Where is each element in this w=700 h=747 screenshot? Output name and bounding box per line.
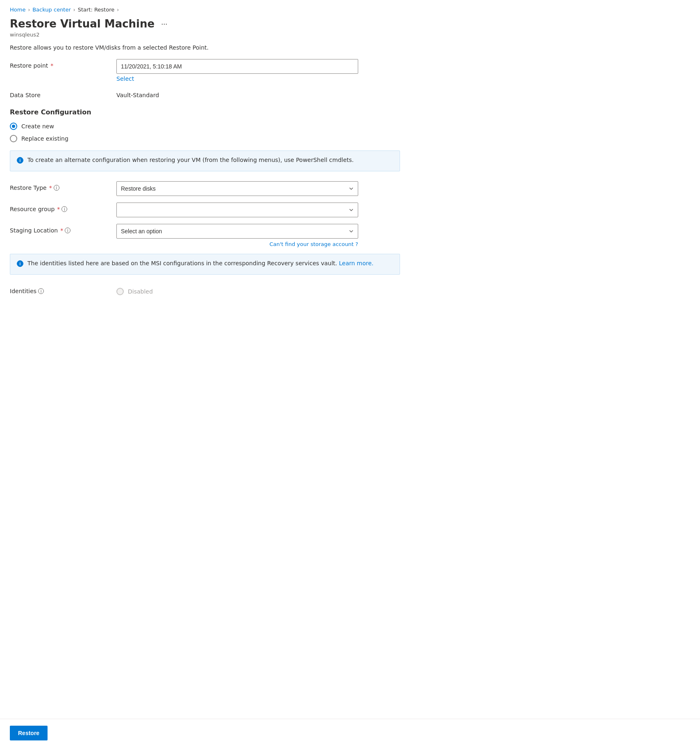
powershell-info-banner: i To create an alternate configuration w… xyxy=(10,150,400,171)
breadcrumb-current: Start: Restore xyxy=(78,7,115,13)
page-title-row: Restore Virtual Machine ··· xyxy=(10,18,400,30)
staging-location-row: Staging Location * i Select an option Ca… xyxy=(10,224,400,247)
restore-configuration-header: Restore Configuration xyxy=(10,108,400,116)
identities-control: Disabled xyxy=(116,285,400,295)
svg-text:i: i xyxy=(20,158,21,163)
page-description: Restore allows you to restore VM/disks f… xyxy=(10,44,400,51)
restore-button[interactable]: Restore xyxy=(10,726,48,740)
staging-location-control: Select an option Can't find your storage… xyxy=(116,224,400,247)
restore-type-info-icon[interactable]: i xyxy=(54,185,59,191)
restore-type-control: Restore disks Create virtual machine Rep… xyxy=(116,181,400,196)
data-store-label: Data Store xyxy=(10,89,116,98)
breadcrumb-sep-1: › xyxy=(28,7,30,13)
staging-location-select[interactable]: Select an option xyxy=(116,224,358,239)
breadcrumb-sep-3: › xyxy=(117,7,119,13)
more-options-button[interactable]: ··· xyxy=(159,19,170,29)
restore-type-required: * xyxy=(49,184,52,191)
footer: Restore xyxy=(0,719,700,747)
resource-group-control xyxy=(116,203,400,217)
resource-group-label: Resource group * i xyxy=(10,203,116,212)
restore-point-control: Select xyxy=(116,59,400,82)
info-icon-1: i xyxy=(17,157,23,165)
identities-disabled-option[interactable]: Disabled xyxy=(116,285,400,295)
svg-text:i: i xyxy=(20,262,21,266)
resource-group-select[interactable] xyxy=(116,203,358,217)
breadcrumb-home[interactable]: Home xyxy=(10,7,25,13)
staging-location-info-icon[interactable]: i xyxy=(65,228,70,233)
radio-replace-existing[interactable]: Replace existing xyxy=(10,135,400,142)
breadcrumb: Home › Backup center › Start: Restore › xyxy=(10,7,400,13)
restore-type-select[interactable]: Restore disks Create virtual machine Rep… xyxy=(116,181,358,196)
identities-label-area: Identities i xyxy=(10,285,116,294)
staging-location-required: * xyxy=(60,227,63,234)
cant-find-storage-link[interactable]: Can't find your storage account ? xyxy=(116,241,358,247)
powershell-info-text: To create an alternate configuration whe… xyxy=(27,157,354,163)
radio-create-new-label: Create new xyxy=(21,123,54,130)
restore-type-row: Restore Type * i Restore disks Create vi… xyxy=(10,181,400,196)
resource-group-info-icon[interactable]: i xyxy=(61,206,67,212)
staging-location-label: Staging Location * i xyxy=(10,224,116,234)
identities-info-icon[interactable]: i xyxy=(38,288,44,294)
radio-create-new[interactable]: Create new xyxy=(10,123,400,130)
restore-point-input[interactable] xyxy=(116,59,358,74)
breadcrumb-sep-2: › xyxy=(73,7,75,13)
data-store-value: Vault-Standard xyxy=(116,89,400,98)
data-store-value-area: Vault-Standard xyxy=(116,89,400,98)
restore-point-row: Restore point * Select xyxy=(10,59,400,82)
resource-group-row: Resource group * i xyxy=(10,203,400,217)
learn-more-link[interactable]: Learn more. xyxy=(339,260,373,266)
info-icon-2: i xyxy=(17,260,23,269)
data-store-row: Data Store Vault-Standard xyxy=(10,89,400,98)
page-subtitle: winsqleus2 xyxy=(10,32,400,38)
page-title: Restore Virtual Machine xyxy=(10,18,155,30)
resource-group-required: * xyxy=(57,206,60,212)
restore-configuration-options: Create new Replace existing xyxy=(10,123,400,142)
restore-point-label: Restore point * xyxy=(10,59,116,69)
radio-replace-existing-label: Replace existing xyxy=(21,135,68,142)
identities-row: Identities i Disabled xyxy=(10,285,400,295)
radio-create-new-input[interactable] xyxy=(10,123,17,130)
breadcrumb-backup-center[interactable]: Backup center xyxy=(32,7,71,13)
restore-type-label: Restore Type * i xyxy=(10,181,116,191)
identities-info-text: The identities listed here are based on … xyxy=(27,260,373,266)
identities-info-banner: i The identities listed here are based o… xyxy=(10,254,400,275)
restore-point-required: * xyxy=(50,62,53,69)
identities-disabled-label: Disabled xyxy=(128,288,153,295)
radio-replace-existing-input[interactable] xyxy=(10,135,17,142)
restore-point-select-link[interactable]: Select xyxy=(116,75,400,82)
identities-disabled-radio[interactable] xyxy=(116,288,124,295)
